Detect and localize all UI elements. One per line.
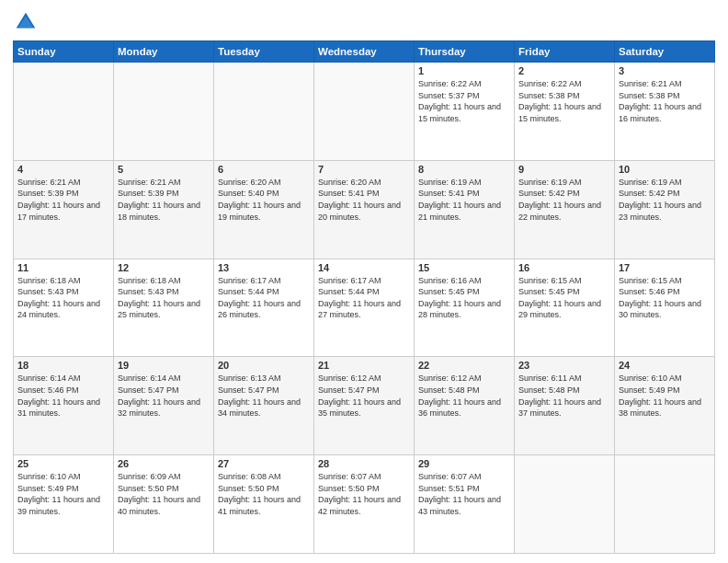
day-info: Sunrise: 6:19 AM Sunset: 5:41 PM Dayligh… [418, 177, 510, 223]
day-number: 18 [17, 360, 109, 371]
calendar-cell: 29Sunrise: 6:07 AM Sunset: 5:51 PM Dayli… [415, 455, 515, 554]
day-info: Sunrise: 6:17 AM Sunset: 5:44 PM Dayligh… [218, 275, 310, 321]
calendar-cell: 14Sunrise: 6:17 AM Sunset: 5:44 PM Dayli… [314, 259, 415, 357]
calendar-cell: 23Sunrise: 6:11 AM Sunset: 5:48 PM Dayli… [515, 357, 615, 455]
day-info: Sunrise: 6:17 AM Sunset: 5:44 PM Dayligh… [318, 275, 410, 321]
day-number: 19 [118, 360, 210, 371]
day-number: 7 [318, 164, 410, 175]
day-number: 21 [318, 360, 410, 371]
calendar-cell [615, 455, 715, 554]
day-info: Sunrise: 6:07 AM Sunset: 5:51 PM Dayligh… [418, 471, 510, 517]
calendar-header-thursday: Thursday [415, 41, 515, 63]
calendar-cell: 4Sunrise: 6:21 AM Sunset: 5:39 PM Daylig… [14, 160, 114, 259]
day-number: 2 [518, 65, 610, 76]
calendar-cell: 27Sunrise: 6:08 AM Sunset: 5:50 PM Dayli… [214, 455, 314, 554]
day-info: Sunrise: 6:09 AM Sunset: 5:50 PM Dayligh… [118, 471, 210, 517]
day-info: Sunrise: 6:18 AM Sunset: 5:43 PM Dayligh… [118, 275, 210, 321]
calendar-cell: 7Sunrise: 6:20 AM Sunset: 5:41 PM Daylig… [314, 160, 415, 259]
calendar-cell [14, 63, 114, 161]
day-number: 12 [118, 262, 210, 273]
calendar-cell: 10Sunrise: 6:19 AM Sunset: 5:42 PM Dayli… [615, 160, 715, 259]
calendar-header-monday: Monday [114, 41, 214, 63]
day-number: 6 [218, 164, 310, 175]
day-info: Sunrise: 6:12 AM Sunset: 5:47 PM Dayligh… [318, 373, 410, 419]
calendar-cell: 8Sunrise: 6:19 AM Sunset: 5:41 PM Daylig… [415, 160, 515, 259]
calendar-cell: 2Sunrise: 6:22 AM Sunset: 5:38 PM Daylig… [515, 63, 615, 161]
calendar-week-row: 25Sunrise: 6:10 AM Sunset: 5:49 PM Dayli… [14, 455, 715, 554]
day-number: 3 [619, 65, 711, 76]
calendar-cell [114, 63, 214, 161]
calendar-header-row: SundayMondayTuesdayWednesdayThursdayFrid… [14, 41, 715, 63]
day-number: 1 [418, 65, 510, 76]
calendar-cell: 17Sunrise: 6:15 AM Sunset: 5:46 PM Dayli… [615, 259, 715, 357]
day-info: Sunrise: 6:10 AM Sunset: 5:49 PM Dayligh… [619, 373, 711, 419]
day-number: 11 [17, 262, 109, 273]
calendar-cell: 19Sunrise: 6:14 AM Sunset: 5:47 PM Dayli… [114, 357, 214, 455]
calendar-header-sunday: Sunday [14, 41, 114, 63]
day-number: 4 [17, 164, 109, 175]
day-number: 22 [418, 360, 510, 371]
calendar-cell [314, 63, 415, 161]
calendar-cell [214, 63, 314, 161]
day-number: 20 [218, 360, 310, 371]
calendar-cell: 26Sunrise: 6:09 AM Sunset: 5:50 PM Dayli… [114, 455, 214, 554]
day-info: Sunrise: 6:13 AM Sunset: 5:47 PM Dayligh… [218, 373, 310, 419]
page: SundayMondayTuesdayWednesdayThursdayFrid… [0, 0, 728, 563]
calendar-table: SundayMondayTuesdayWednesdayThursdayFrid… [13, 40, 715, 554]
calendar-cell: 9Sunrise: 6:19 AM Sunset: 5:42 PM Daylig… [515, 160, 615, 259]
day-number: 13 [218, 262, 310, 273]
day-info: Sunrise: 6:08 AM Sunset: 5:50 PM Dayligh… [218, 471, 310, 517]
calendar-cell: 6Sunrise: 6:20 AM Sunset: 5:40 PM Daylig… [214, 160, 314, 259]
calendar-cell: 25Sunrise: 6:10 AM Sunset: 5:49 PM Dayli… [14, 455, 114, 554]
day-info: Sunrise: 6:22 AM Sunset: 5:38 PM Dayligh… [518, 78, 610, 124]
calendar-header-saturday: Saturday [615, 41, 715, 63]
day-number: 8 [418, 164, 510, 175]
day-info: Sunrise: 6:16 AM Sunset: 5:45 PM Dayligh… [418, 275, 510, 321]
day-number: 28 [318, 458, 410, 469]
calendar-cell: 20Sunrise: 6:13 AM Sunset: 5:47 PM Dayli… [214, 357, 314, 455]
day-info: Sunrise: 6:21 AM Sunset: 5:38 PM Dayligh… [619, 78, 711, 124]
day-info: Sunrise: 6:12 AM Sunset: 5:48 PM Dayligh… [418, 373, 510, 419]
day-info: Sunrise: 6:19 AM Sunset: 5:42 PM Dayligh… [518, 177, 610, 223]
calendar-week-row: 18Sunrise: 6:14 AM Sunset: 5:46 PM Dayli… [14, 357, 715, 455]
day-number: 10 [619, 164, 711, 175]
calendar-cell: 18Sunrise: 6:14 AM Sunset: 5:46 PM Dayli… [14, 357, 114, 455]
header [13, 9, 715, 35]
calendar-cell: 3Sunrise: 6:21 AM Sunset: 5:38 PM Daylig… [615, 63, 715, 161]
day-number: 5 [118, 164, 210, 175]
calendar-cell: 22Sunrise: 6:12 AM Sunset: 5:48 PM Dayli… [415, 357, 515, 455]
day-number: 9 [518, 164, 610, 175]
day-info: Sunrise: 6:15 AM Sunset: 5:45 PM Dayligh… [518, 275, 610, 321]
calendar-week-row: 4Sunrise: 6:21 AM Sunset: 5:39 PM Daylig… [14, 160, 715, 259]
calendar-cell: 15Sunrise: 6:16 AM Sunset: 5:45 PM Dayli… [415, 259, 515, 357]
day-info: Sunrise: 6:19 AM Sunset: 5:42 PM Dayligh… [619, 177, 711, 223]
calendar-header-wednesday: Wednesday [314, 41, 415, 63]
day-number: 17 [619, 262, 711, 273]
day-number: 15 [418, 262, 510, 273]
calendar-cell: 11Sunrise: 6:18 AM Sunset: 5:43 PM Dayli… [14, 259, 114, 357]
calendar-cell [515, 455, 615, 554]
day-number: 14 [318, 262, 410, 273]
calendar-week-row: 1Sunrise: 6:22 AM Sunset: 5:37 PM Daylig… [14, 63, 715, 161]
day-number: 25 [17, 458, 109, 469]
calendar-cell: 13Sunrise: 6:17 AM Sunset: 5:44 PM Dayli… [214, 259, 314, 357]
calendar-cell: 16Sunrise: 6:15 AM Sunset: 5:45 PM Dayli… [515, 259, 615, 357]
day-info: Sunrise: 6:14 AM Sunset: 5:47 PM Dayligh… [118, 373, 210, 419]
day-number: 23 [518, 360, 610, 371]
day-number: 26 [118, 458, 210, 469]
day-info: Sunrise: 6:21 AM Sunset: 5:39 PM Dayligh… [118, 177, 210, 223]
day-number: 16 [518, 262, 610, 273]
day-info: Sunrise: 6:20 AM Sunset: 5:41 PM Dayligh… [318, 177, 410, 223]
calendar-cell: 28Sunrise: 6:07 AM Sunset: 5:50 PM Dayli… [314, 455, 415, 554]
day-number: 27 [218, 458, 310, 469]
day-info: Sunrise: 6:22 AM Sunset: 5:37 PM Dayligh… [418, 78, 510, 124]
calendar-cell: 21Sunrise: 6:12 AM Sunset: 5:47 PM Dayli… [314, 357, 415, 455]
day-info: Sunrise: 6:20 AM Sunset: 5:40 PM Dayligh… [218, 177, 310, 223]
day-number: 24 [619, 360, 711, 371]
day-number: 29 [418, 458, 510, 469]
day-info: Sunrise: 6:10 AM Sunset: 5:49 PM Dayligh… [17, 471, 109, 517]
calendar-cell: 5Sunrise: 6:21 AM Sunset: 5:39 PM Daylig… [114, 160, 214, 259]
calendar-week-row: 11Sunrise: 6:18 AM Sunset: 5:43 PM Dayli… [14, 259, 715, 357]
day-info: Sunrise: 6:15 AM Sunset: 5:46 PM Dayligh… [619, 275, 711, 321]
logo [13, 9, 42, 35]
